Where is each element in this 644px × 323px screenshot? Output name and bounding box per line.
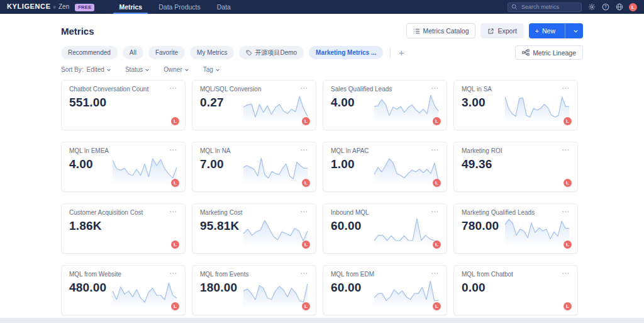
- tab-chip-favorite[interactable]: Favorite: [148, 46, 185, 59]
- tab-chips: RecommendedAllFavoriteMy Metrics开源项目Demo…: [61, 46, 405, 59]
- metric-card-mql-in-emea[interactable]: MQL in EMEA ⋯ 4.00 L: [61, 142, 186, 192]
- card-header: Customer Acquisition Cost ⋯: [69, 209, 177, 216]
- metric-card-marketing-roi[interactable]: Marketing ROI ⋯ 49.36 L: [453, 142, 578, 192]
- sparkline-chart: [243, 154, 308, 185]
- nav-item-data-products[interactable]: Data Products: [150, 0, 209, 14]
- owner-avatar: L: [171, 302, 179, 310]
- tab-chip-all[interactable]: All: [123, 46, 143, 59]
- filter-dropdown-tag[interactable]: Tag: [203, 66, 220, 73]
- more-icon[interactable]: ⋯: [169, 147, 177, 152]
- more-icon[interactable]: ⋯: [431, 147, 439, 152]
- metric-card-marketing-qualified-leads[interactable]: Marketing Qualified Leads ⋯ 780.00 L: [453, 203, 578, 254]
- more-icon[interactable]: ⋯: [562, 209, 570, 214]
- more-icon[interactable]: ⋯: [431, 86, 439, 91]
- metric-card-customer-acquisition-cost[interactable]: Customer Acquisition Cost ⋯ 1.86K L: [61, 203, 186, 254]
- filter-dropdown-status[interactable]: Status: [125, 66, 150, 73]
- metric-card-sales-qualified-leads[interactable]: Sales Qualified Leads ⋯ 4.00 L: [323, 80, 447, 130]
- metric-card-mql-from-events[interactable]: MQL from Events ⋯ 180.00 L: [192, 265, 316, 315]
- more-icon[interactable]: ⋯: [300, 209, 308, 214]
- export-button[interactable]: Export: [480, 23, 523, 38]
- filter-label: Tag: [203, 66, 213, 73]
- metric-value: 0.00: [462, 281, 570, 295]
- tab-chip-label: My Metrics: [197, 49, 227, 56]
- more-icon[interactable]: ⋯: [562, 147, 570, 152]
- metric-card-mql-from-chatbot[interactable]: MQL from Chatbot ⋯ 0.00 L: [453, 265, 578, 315]
- nav-item-metrics[interactable]: Metrics: [111, 0, 150, 14]
- search-input[interactable]: [520, 3, 578, 11]
- tab-chip-my-metrics[interactable]: My Metrics: [190, 46, 234, 59]
- chevron-down-icon: [184, 67, 189, 72]
- owner-avatar: L: [433, 302, 441, 310]
- tab-chip-marketing-metrics[interactable]: Marketing Metrics ...: [309, 46, 383, 59]
- metric-card-mql-from-website[interactable]: MQL from Website ⋯ 480.00 L: [61, 265, 186, 315]
- more-icon[interactable]: ⋯: [431, 271, 439, 276]
- owner-avatar: L: [433, 117, 441, 125]
- nav-item-data[interactable]: Data: [209, 0, 239, 14]
- metric-card-mql-from-edm[interactable]: MQL from EDM ⋯ 60.00 L: [323, 265, 447, 315]
- tab-chip-label: Recommended: [68, 49, 111, 56]
- owner-avatar: L: [564, 179, 572, 187]
- sort-by-dropdown[interactable]: Edited: [87, 66, 111, 73]
- navbar-right: ? L: [508, 3, 637, 12]
- metric-card-marketing-cost[interactable]: Marketing Cost ⋯ 95.81K L: [192, 203, 316, 254]
- more-icon[interactable]: ⋯: [300, 86, 308, 91]
- more-icon[interactable]: ⋯: [300, 271, 308, 276]
- tab-chip-recommended[interactable]: Recommended: [61, 46, 118, 59]
- owner-avatar: L: [302, 302, 310, 310]
- filter-dropdown-owner[interactable]: Owner: [164, 66, 189, 73]
- filter-label: Owner: [164, 66, 182, 73]
- sort-by-value: Edited: [87, 66, 104, 73]
- metric-title: Inbound MQL: [331, 209, 369, 216]
- metric-card-chatbot-conversation-count[interactable]: Chatbot Conversation Count ⋯ 551.00 L: [61, 80, 186, 130]
- more-icon[interactable]: ⋯: [169, 271, 177, 276]
- metric-title: MQL in SA: [462, 86, 492, 93]
- more-icon[interactable]: ⋯: [431, 209, 439, 214]
- more-icon[interactable]: ⋯: [562, 86, 570, 91]
- new-button-main[interactable]: + New: [529, 23, 562, 38]
- globe-icon[interactable]: [615, 3, 623, 11]
- sort-by-label: Sort By:: [61, 66, 84, 73]
- sort-row: Sort By: Edited StatusOwnerTag: [61, 66, 583, 73]
- search-box[interactable]: [508, 3, 582, 12]
- brand-logo[interactable]: KYLIGENCE® Zen FREE: [7, 3, 94, 11]
- help-icon[interactable]: ?: [601, 3, 609, 11]
- more-icon[interactable]: ⋯: [169, 209, 177, 214]
- user-avatar[interactable]: L: [629, 3, 637, 11]
- new-button-caret[interactable]: [569, 23, 583, 38]
- chevron-down-icon: [215, 67, 220, 72]
- gear-icon[interactable]: [587, 3, 596, 11]
- metric-title: MQL in EMEA: [69, 147, 109, 154]
- metric-card-inbound-mql[interactable]: Inbound MQL ⋯ 60.00 L: [323, 203, 447, 254]
- metric-lineage-button[interactable]: Metric Lineage: [515, 45, 583, 60]
- sparkline-chart: [243, 277, 308, 309]
- lineage-icon: [522, 49, 530, 56]
- metric-card-mql-in-apac[interactable]: MQL in APAC ⋯ 1.00 L: [323, 142, 447, 192]
- more-icon[interactable]: ⋯: [169, 86, 177, 91]
- chevron-down-icon: [145, 67, 150, 72]
- owner-avatar: L: [302, 117, 310, 125]
- more-icon[interactable]: ⋯: [562, 271, 570, 276]
- owner-avatar: L: [302, 179, 310, 187]
- tab-chip-label: All: [130, 49, 136, 56]
- new-button[interactable]: + New: [529, 23, 583, 38]
- more-icon[interactable]: ⋯: [300, 147, 308, 152]
- owner-avatar: L: [171, 117, 179, 125]
- tab-chip-label: Marketing Metrics ...: [316, 49, 376, 56]
- add-tab-button[interactable]: +: [397, 48, 405, 57]
- sort-by-group: Sort By: Edited: [61, 66, 111, 73]
- nav-items: MetricsData ProductsData: [111, 0, 239, 14]
- metric-title: Chatbot Conversation Count: [69, 86, 148, 93]
- sparkline-chart: [374, 154, 439, 185]
- metrics-catalog-button[interactable]: Metrics Catalog: [406, 23, 476, 38]
- metric-card-mql-in-sa[interactable]: MQL in SA ⋯ 3.00 L: [453, 80, 578, 130]
- metric-card-mql-in-na[interactable]: MQL in NA ⋯ 7.00 L: [192, 142, 316, 192]
- metric-card-mql-sql-conversion[interactable]: MQL/SQL Conversion ⋯ 0.27 L: [192, 80, 316, 130]
- card-header: Chatbot Conversation Count ⋯: [69, 86, 177, 93]
- metric-title: Marketing Cost: [200, 209, 242, 216]
- filter-label: Status: [125, 66, 143, 73]
- tab-chip-demo[interactable]: 开源项目Demo: [239, 46, 304, 59]
- plus-icon: +: [535, 27, 539, 35]
- sparkline-chart: [374, 277, 439, 309]
- metrics-catalog-label: Metrics Catalog: [423, 27, 469, 35]
- sparkline-chart: [504, 215, 570, 247]
